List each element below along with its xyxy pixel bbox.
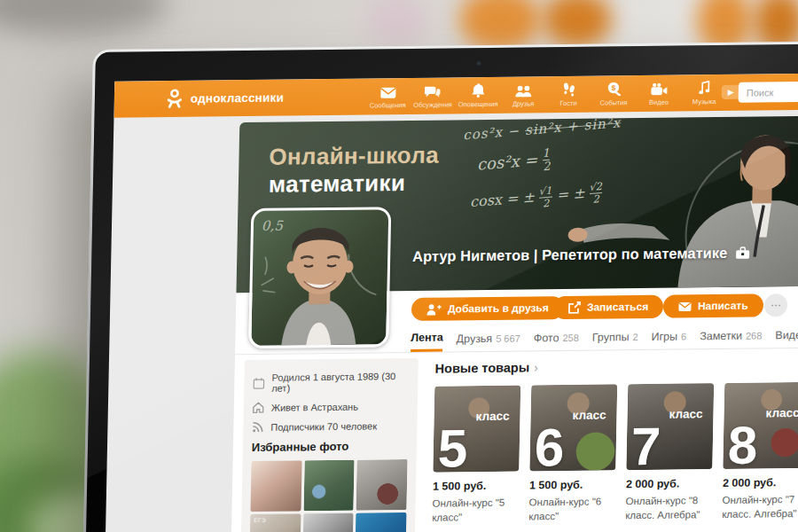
laptop: одноклассники Сообщения bbox=[82, 41, 798, 532]
add-friend-icon bbox=[426, 303, 442, 315]
goods-price: 1 500 руб. bbox=[529, 478, 615, 491]
cover-title: Онлайн-школа математики bbox=[269, 142, 440, 199]
ok-logo[interactable]: одноклассники bbox=[166, 88, 285, 109]
goods-image: 8 класс bbox=[723, 382, 798, 469]
browser-screen: одноклассники Сообщения bbox=[105, 74, 798, 532]
add-friend-button[interactable]: Добавить в друзья bbox=[411, 296, 564, 321]
guests-icon bbox=[546, 82, 591, 98]
nav-music[interactable]: Музыка bbox=[682, 80, 728, 106]
friends-icon bbox=[501, 82, 546, 98]
goods-name: Онлайн-курс "7 класс. Алгебра" bbox=[722, 493, 798, 521]
goods-cards: 5 класс 1 500 руб. Онлайн-курс "5 класс"… bbox=[432, 382, 798, 525]
logo-text: одноклассники bbox=[191, 90, 284, 105]
subscribers-fact: Подписчики 70 человек bbox=[252, 419, 408, 433]
new-goods-section: Новые товары› 5 класс 1 500 руб. Онлайн bbox=[432, 357, 798, 525]
favorite-photos-grid: ЕГЭ bbox=[249, 459, 407, 532]
tab-lenta[interactable]: Лента bbox=[411, 326, 443, 352]
messages-icon bbox=[365, 83, 411, 99]
subscribers-icon bbox=[252, 421, 263, 433]
header-nav: Сообщения Обсуждения bbox=[365, 80, 728, 110]
goods-name: Онлайн-курс "6 класс" bbox=[528, 495, 615, 523]
nav-notifications[interactable]: Оповещения bbox=[456, 82, 502, 109]
calendar-icon bbox=[253, 377, 264, 388]
tab-groups[interactable]: Группы2 bbox=[592, 324, 638, 350]
goods-name: Онлайн-курс "5 класс" bbox=[432, 497, 519, 525]
music-icon bbox=[682, 80, 727, 96]
birthday-fact: Родился 1 августа 1989 (30 лет) bbox=[253, 371, 409, 394]
goods-image: 6 класс bbox=[529, 384, 617, 471]
write-message-button[interactable]: Написать bbox=[663, 293, 763, 317]
signup-button[interactable]: Записаться bbox=[553, 295, 664, 319]
tab-notes[interactable]: Заметки268 bbox=[700, 322, 763, 348]
background-orange-blob bbox=[543, 0, 612, 48]
nav-discussions[interactable]: Обсуждения bbox=[411, 82, 457, 109]
signup-icon bbox=[568, 301, 581, 314]
nav-events[interactable]: $ События bbox=[591, 81, 638, 107]
laptop-silver-rim: одноклассники Сообщения bbox=[82, 41, 798, 532]
profile-info-card: Родился 1 августа 1989 (30 лет) Живет в … bbox=[240, 358, 419, 532]
briefcase-badge-icon bbox=[735, 246, 750, 260]
teacher-photo bbox=[546, 116, 798, 290]
notifications-icon bbox=[456, 82, 501, 98]
goods-card[interactable]: 6 класс 1 500 руб. Онлайн-курс "6 класс" bbox=[528, 384, 617, 523]
goods-price: 2 000 руб. bbox=[626, 477, 712, 490]
favorite-photo[interactable] bbox=[250, 460, 301, 512]
svg-text:$: $ bbox=[611, 83, 615, 92]
goods-heading[interactable]: Новые товары› bbox=[435, 357, 798, 376]
favorite-photo[interactable] bbox=[356, 459, 408, 511]
goods-price: 2 000 руб. bbox=[723, 476, 798, 489]
nav-guests[interactable]: Гости bbox=[546, 82, 592, 108]
favorite-photo[interactable] bbox=[302, 513, 354, 532]
search-input[interactable] bbox=[739, 81, 798, 102]
avatar[interactable]: 0,5 bbox=[248, 207, 391, 348]
nav-friends[interactable]: Друзья bbox=[501, 82, 547, 108]
goods-card[interactable]: 7 класс 2 000 руб. Онлайн-курс "8 класс.… bbox=[625, 383, 714, 522]
write-message-icon bbox=[678, 301, 692, 311]
favorite-photo[interactable] bbox=[356, 512, 407, 532]
tab-photos[interactable]: Фото258 bbox=[533, 325, 579, 351]
tab-friends[interactable]: Друзья5 667 bbox=[456, 325, 520, 352]
ok-header: одноклассники Сообщения bbox=[113, 74, 798, 118]
goods-image: 7 класс bbox=[626, 383, 714, 470]
goods-card[interactable]: 5 класс 1 500 руб. Онлайн-курс "5 класс" bbox=[432, 386, 520, 525]
discussions-icon bbox=[411, 82, 456, 98]
goods-name: Онлайн-курс "8 класс. Алгебра" bbox=[625, 494, 712, 522]
background-orange-blob bbox=[459, 0, 541, 51]
background-pink-blob bbox=[364, 0, 430, 48]
tab-video[interactable]: Видео bbox=[775, 322, 798, 348]
more-actions-button[interactable]: ⋯ bbox=[764, 293, 788, 317]
nav-video[interactable]: Видео bbox=[637, 80, 683, 106]
favorite-photo[interactable]: ЕГЭ bbox=[249, 513, 301, 532]
goods-card[interactable]: 8 класс 2 000 руб. Онлайн-курс "7 класс.… bbox=[722, 382, 798, 521]
favorite-photo[interactable] bbox=[303, 460, 355, 512]
home-icon bbox=[253, 402, 264, 413]
goods-image: 5 класс bbox=[433, 386, 520, 473]
nav-messages[interactable]: Сообщения bbox=[365, 83, 411, 110]
ok-logo-icon bbox=[166, 89, 184, 108]
laptop-bezel: одноклассники Сообщения bbox=[84, 43, 798, 532]
tab-games[interactable]: Игры6 bbox=[651, 323, 686, 348]
profile-card: cos²x − sin²x + sin²x cos²x = 12 cosx = … bbox=[231, 116, 798, 532]
goods-price: 1 500 руб. bbox=[433, 480, 519, 493]
events-icon: $ bbox=[591, 81, 637, 97]
webcam bbox=[477, 61, 481, 66]
chevron-right-icon: › bbox=[534, 360, 538, 374]
scene: одноклассники Сообщения bbox=[0, 0, 798, 532]
background-shadow-blob bbox=[0, 0, 168, 35]
city-fact: Живет в Астрахань bbox=[253, 400, 409, 413]
video-icon bbox=[637, 80, 682, 96]
favorite-photos-heading: Избранные фото bbox=[252, 439, 408, 454]
